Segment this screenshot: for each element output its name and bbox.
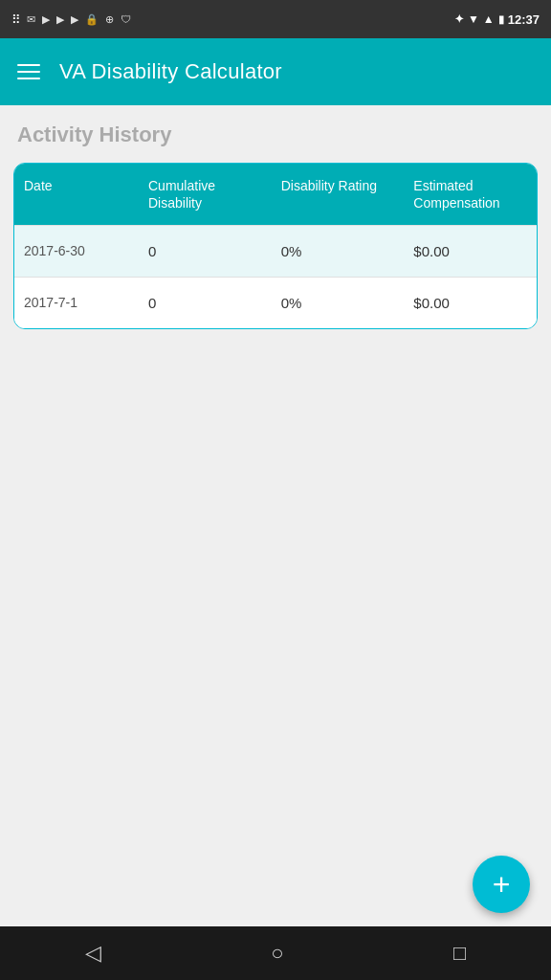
menu-button[interactable] xyxy=(17,64,40,79)
row1-date: 2017-6-30 xyxy=(14,226,139,277)
row2-cumulative: 0 xyxy=(139,278,272,328)
row1-rating: 0% xyxy=(272,226,405,277)
section-title: Activity History xyxy=(13,122,538,147)
activity-table: Date Cumulative Disability Disability Ra… xyxy=(13,163,538,329)
row1-cumulative: 0 xyxy=(139,226,272,277)
recents-button[interactable]: □ xyxy=(453,941,466,966)
status-bar-left: ⠿ ✉ ▶ ▶ ▶ 🔒 ⊕ 🛡 xyxy=(11,12,133,27)
signal-icon: ▼ xyxy=(468,12,479,26)
nav-bar: ◁ ○ □ xyxy=(0,926,551,980)
row2-compensation: $0.00 xyxy=(404,278,537,328)
table-row: 2017-7-1 0 0% $0.00 xyxy=(14,277,537,328)
app-title: VA Disability Calculator xyxy=(59,59,282,84)
table-header: Date Cumulative Disability Disability Ra… xyxy=(14,164,537,225)
bluetooth-icon: ✦ xyxy=(454,12,464,26)
battery-icon: ▮ xyxy=(498,13,504,26)
row2-rating: 0% xyxy=(272,278,405,328)
table-row: 2017-6-30 0 0% $0.00 xyxy=(14,225,537,277)
home-button[interactable]: ○ xyxy=(271,941,283,966)
col-header-date: Date xyxy=(14,164,139,225)
status-bar-right: ✦ ▼ ▲ ▮ 12:37 xyxy=(454,12,540,27)
wifi-icon: ▲ xyxy=(483,12,495,26)
row2-date: 2017-7-1 xyxy=(14,278,139,328)
status-bar: ⠿ ✉ ▶ ▶ ▶ 🔒 ⊕ 🛡 ✦ ▼ ▲ ▮ 12:37 xyxy=(0,0,551,38)
content-area: Activity History Date Cumulative Disabil… xyxy=(0,105,551,926)
col-header-compensation: Estimated Compensation xyxy=(404,164,537,225)
menu-dots-icon: ⠿ xyxy=(11,12,21,27)
col-header-cumulative: Cumulative Disability xyxy=(139,164,272,225)
app-icons: ✉ ▶ ▶ ▶ 🔒 ⊕ 🛡 xyxy=(27,13,133,26)
row1-compensation: $0.00 xyxy=(404,226,537,277)
app-bar: VA Disability Calculator xyxy=(0,38,551,105)
add-button[interactable]: + xyxy=(473,856,530,913)
col-header-rating: Disability Rating xyxy=(272,164,405,225)
back-button[interactable]: ◁ xyxy=(85,941,101,966)
time-display: 12:37 xyxy=(508,12,540,27)
